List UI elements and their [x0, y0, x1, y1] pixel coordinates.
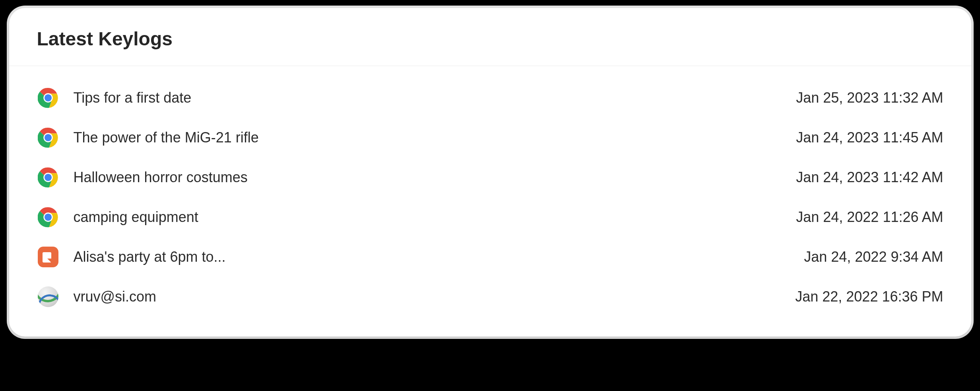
keylog-timestamp: Jan 22, 2022 16:36 PM: [795, 288, 943, 305]
keylog-text: Halloween horror costumes: [74, 169, 796, 186]
chrome-icon: [37, 126, 59, 149]
chrome-icon: [37, 166, 59, 189]
keylog-list: Tips for a first date Jan 25, 2023 11:32…: [9, 66, 971, 337]
chrome-icon: [37, 87, 59, 109]
list-item[interactable]: Tips for a first date Jan 25, 2023 11:32…: [37, 78, 943, 118]
card-title: Latest Keylogs: [37, 28, 943, 50]
keylog-text: Tips for a first date: [74, 89, 796, 106]
list-item[interactable]: Halloween horror costumes Jan 24, 2023 1…: [37, 158, 943, 197]
keylogs-card: Latest Keylogs Tips for a first date Jan…: [9, 8, 971, 337]
keylog-timestamp: Jan 24, 2022 9:34 AM: [804, 249, 943, 265]
list-item[interactable]: camping equipment Jan 24, 2022 11:26 AM: [37, 197, 943, 237]
keylog-timestamp: Jan 24, 2023 11:45 AM: [796, 129, 943, 146]
vpn-globe-icon: [37, 286, 59, 308]
chrome-icon: [37, 206, 59, 228]
keylog-text: Alisa's party at 6pm to...: [74, 249, 804, 265]
notes-app-icon: [37, 246, 59, 268]
keylog-text: camping equipment: [74, 209, 796, 226]
keylog-text: vruv@si.com: [74, 288, 796, 305]
keylog-text: The power of the MiG-21 rifle: [74, 129, 796, 146]
keylog-timestamp: Jan 24, 2022 11:26 AM: [796, 209, 943, 226]
list-item[interactable]: The power of the MiG-21 rifle Jan 24, 20…: [37, 118, 943, 158]
list-item[interactable]: vruv@si.com Jan 22, 2022 16:36 PM: [37, 277, 943, 317]
keylog-timestamp: Jan 24, 2023 11:42 AM: [796, 169, 943, 186]
list-item[interactable]: Alisa's party at 6pm to... Jan 24, 2022 …: [37, 237, 943, 277]
keylog-timestamp: Jan 25, 2023 11:32 AM: [796, 89, 943, 106]
card-header: Latest Keylogs: [9, 8, 971, 66]
